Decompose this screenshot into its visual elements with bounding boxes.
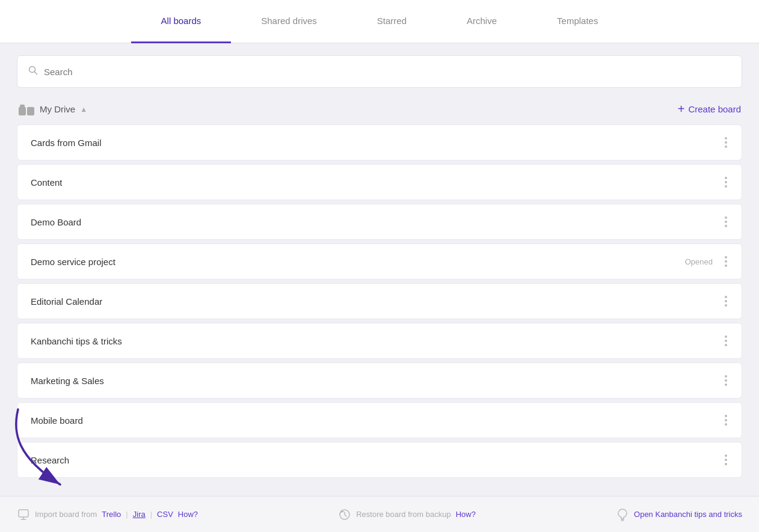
tab-archive[interactable]: Archive <box>437 0 527 43</box>
tab-templates[interactable]: Templates <box>527 0 628 43</box>
footer-restore-section: Restore board from backup How? <box>338 508 476 521</box>
board-name: Kanbanchi tips & tricks <box>31 336 122 346</box>
search-bar <box>17 55 742 88</box>
board-item[interactable]: Demo service project Opened <box>17 243 742 280</box>
board-item-right: Opened <box>685 254 731 269</box>
drive-sort-arrow[interactable]: ▲ <box>80 105 87 114</box>
board-menu-button[interactable] <box>721 293 731 309</box>
board-name: Cards from Gmail <box>31 138 102 148</box>
board-item-right <box>721 135 731 150</box>
board-name: Demo Board <box>31 217 81 227</box>
board-name: Marketing & Sales <box>31 376 104 386</box>
nav-tabs: All boards Shared drives Starred Archive… <box>131 0 628 43</box>
search-input[interactable] <box>44 67 731 77</box>
board-item[interactable]: Research <box>17 442 742 478</box>
board-menu-button[interactable] <box>721 412 731 428</box>
board-item[interactable]: Demo Board <box>17 204 742 240</box>
footer-import-section: Import board from Trello | Jira | CSV Ho… <box>17 508 198 521</box>
create-board-button[interactable]: + Create board <box>678 102 741 116</box>
separator1: | <box>126 510 128 519</box>
svg-rect-3 <box>20 105 25 108</box>
svg-rect-6 <box>19 510 28 517</box>
tab-shared-drives[interactable]: Shared drives <box>231 0 347 43</box>
board-item[interactable]: Mobile board <box>17 402 742 438</box>
search-icon <box>28 66 38 78</box>
board-item-right <box>721 293 731 309</box>
board-name: Demo service project <box>31 257 115 267</box>
drive-header-left: My Drive ▲ <box>18 103 87 116</box>
board-opened-badge: Opened <box>685 257 713 266</box>
how2-link[interactable]: How? <box>456 510 476 519</box>
board-menu-button[interactable] <box>721 373 731 388</box>
board-item-right <box>721 412 731 428</box>
footer: Import board from Trello | Jira | CSV Ho… <box>0 496 759 532</box>
svg-rect-4 <box>27 107 34 115</box>
board-item[interactable]: Content <box>17 164 742 200</box>
my-drive-label: My Drive <box>40 104 75 114</box>
board-item-right <box>721 174 731 190</box>
board-list: Cards from Gmail Content Demo Board Demo… <box>17 124 742 478</box>
board-menu-button[interactable] <box>721 452 731 468</box>
board-item-right <box>721 452 731 468</box>
svg-line-1 <box>35 72 37 75</box>
drive-icon <box>18 103 35 116</box>
import-icon <box>17 508 30 521</box>
open-kanbanchi-link[interactable]: Open Kanbanchi tips and tricks <box>634 510 742 519</box>
board-name: Research <box>31 455 69 465</box>
drive-header: My Drive ▲ + Create board <box>17 102 742 116</box>
board-item-right <box>721 214 731 230</box>
jira-link[interactable]: Jira <box>133 510 146 519</box>
board-menu-button[interactable] <box>721 254 731 269</box>
restore-label: Restore board from backup <box>356 510 451 519</box>
board-menu-button[interactable] <box>721 333 731 349</box>
how1-link[interactable]: How? <box>178 510 198 519</box>
content-area: My Drive ▲ + Create board Cards from Gma… <box>0 94 759 478</box>
search-container <box>0 43 759 94</box>
board-menu-button[interactable] <box>721 214 731 230</box>
footer-tips-section: Open Kanbanchi tips and tricks <box>616 508 742 521</box>
board-item[interactable]: Kanbanchi tips & tricks <box>17 323 742 359</box>
plus-icon: + <box>678 102 685 116</box>
tab-all-boards[interactable]: All boards <box>131 0 232 43</box>
board-item-right <box>721 373 731 388</box>
restore-icon <box>338 508 351 521</box>
tips-icon <box>616 508 629 521</box>
board-name: Editorial Calendar <box>31 296 102 307</box>
board-name: Content <box>31 177 63 188</box>
board-item[interactable]: Editorial Calendar <box>17 283 742 319</box>
import-label: Import board from <box>35 510 97 519</box>
tab-starred[interactable]: Starred <box>347 0 437 43</box>
separator2: | <box>150 510 152 519</box>
csv-link[interactable]: CSV <box>157 510 173 519</box>
board-menu-button[interactable] <box>721 135 731 150</box>
top-navigation: All boards Shared drives Starred Archive… <box>0 0 759 43</box>
board-item[interactable]: Cards from Gmail <box>17 124 742 161</box>
board-item[interactable]: Marketing & Sales <box>17 362 742 399</box>
board-menu-button[interactable] <box>721 174 731 190</box>
trello-link[interactable]: Trello <box>102 510 121 519</box>
board-name: Mobile board <box>31 415 83 426</box>
board-item-right <box>721 333 731 349</box>
svg-rect-2 <box>19 107 26 115</box>
